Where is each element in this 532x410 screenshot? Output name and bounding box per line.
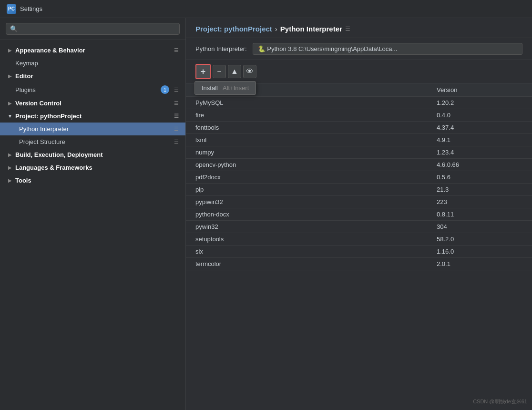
settings-icon: ☰ xyxy=(174,87,179,93)
search-icon: 🔍 xyxy=(10,25,18,32)
package-version: 0.8.11 xyxy=(437,211,522,218)
table-row[interactable]: termcolor 2.0.1 xyxy=(186,258,532,270)
up-button[interactable]: ▲ xyxy=(228,65,241,78)
table-row[interactable]: pdf2docx 0.5.6 xyxy=(186,171,532,184)
table-row[interactable]: python-docx 0.8.11 xyxy=(186,208,532,221)
table-row[interactable]: six 1.16.0 xyxy=(186,246,532,258)
sidebar: 🔍 ▶ Appearance & Behavior ☰ Keymap ▶ Edi… xyxy=(0,18,186,410)
interpreter-row: Python Interpreter: 🐍 Python 3.8 C:\User… xyxy=(186,38,532,60)
search-input-wrap[interactable]: 🔍 xyxy=(6,23,180,35)
package-name: termcolor xyxy=(195,260,437,267)
settings-icon: ☰ xyxy=(174,47,179,53)
breadcrumb-current: Python Interpreter xyxy=(280,25,342,33)
remove-package-button[interactable]: − xyxy=(213,65,226,78)
sidebar-item-label: Keymap xyxy=(15,60,179,67)
chevron-right-icon: ▶ xyxy=(7,73,13,80)
table-row[interactable]: opencv-python 4.6.0.66 xyxy=(186,159,532,171)
interpreter-value: 🐍 Python 3.8 C:\Users\mingming\AppData\L… xyxy=(258,45,517,52)
sidebar-item-keymap[interactable]: Keymap xyxy=(0,57,185,70)
sidebar-item-plugins[interactable]: Plugins 1 ☰ xyxy=(0,82,185,97)
package-version: 0.4.0 xyxy=(437,112,522,119)
settings-icon: ☰ xyxy=(174,100,179,106)
breadcrumb-project: Project: pythonProject xyxy=(195,25,272,33)
sidebar-item-label: Build, Execution, Deployment xyxy=(15,151,179,158)
chevron-right-icon: ▶ xyxy=(7,47,13,54)
package-name: PyMySQL xyxy=(195,99,437,106)
package-name: pdf2docx xyxy=(195,174,437,181)
add-package-button[interactable]: + xyxy=(195,64,211,79)
chevron-right-icon: ▶ xyxy=(7,177,13,184)
sidebar-item-label: Python Interpreter xyxy=(19,125,172,133)
package-name: six xyxy=(195,248,437,255)
content-area: Project: pythonProject › Python Interpre… xyxy=(186,18,532,410)
table-row[interactable]: numpy 1.23.4 xyxy=(186,146,532,159)
chevron-right-icon: ▶ xyxy=(7,164,13,171)
settings-icon: ☰ xyxy=(174,113,179,119)
sidebar-item-project[interactable]: ▼ Project: pythonProject ☰ xyxy=(0,110,185,123)
sidebar-item-label: Project Structure xyxy=(19,138,172,145)
package-name: pip xyxy=(195,186,437,193)
package-name: python-docx xyxy=(195,211,437,218)
sidebar-item-languages[interactable]: ▶ Languages & Frameworks xyxy=(0,161,185,174)
breadcrumb-settings-icon[interactable]: ☰ xyxy=(345,26,350,32)
watermark: CSDN @明快de玄米61 xyxy=(473,398,527,405)
package-version: 4.6.0.66 xyxy=(437,161,522,168)
table-row[interactable]: lxml 4.9.1 xyxy=(186,134,532,146)
table-row[interactable]: fonttools 4.37.4 xyxy=(186,122,532,134)
sidebar-item-tools[interactable]: ▶ Tools xyxy=(0,174,185,187)
package-version: 1.16.0 xyxy=(437,248,522,255)
package-version: 0.5.6 xyxy=(437,174,522,181)
table-row[interactable]: pywin32 304 xyxy=(186,221,532,233)
shortcut-label: Alt+Insert xyxy=(223,84,249,92)
plus-icon: + xyxy=(201,67,206,77)
chevron-down-icon: ▼ xyxy=(7,113,13,120)
eye-icon: 👁 xyxy=(246,67,254,76)
package-name: numpy xyxy=(195,149,437,156)
content-wrapper: + − ▲ 👁 Install Alt+Insert P xyxy=(186,60,532,410)
package-version: 1.23.4 xyxy=(437,149,522,156)
sidebar-item-version-control[interactable]: ▶ Version Control ☰ xyxy=(0,97,185,110)
package-name: fire xyxy=(195,112,437,119)
table-row[interactable]: PyMySQL 1.20.2 xyxy=(186,97,532,109)
package-version: 223 xyxy=(437,198,522,205)
settings-icon: ☰ xyxy=(174,126,179,132)
table-row[interactable]: pip 21.3 xyxy=(186,184,532,196)
package-name: lxml xyxy=(195,136,437,144)
sidebar-item-label: Plugins xyxy=(15,86,161,93)
title-bar-text: Settings xyxy=(20,5,42,12)
sidebar-item-label: Appearance & Behavior xyxy=(15,47,172,54)
breadcrumb-header: Project: pythonProject › Python Interpre… xyxy=(186,18,532,38)
sidebar-item-python-interpreter[interactable]: Python Interpreter ☰ xyxy=(0,123,185,135)
sidebar-item-label: Project: pythonProject xyxy=(15,113,172,120)
install-tooltip: Install Alt+Insert xyxy=(194,81,256,95)
package-version: 4.37.4 xyxy=(437,124,522,131)
nav-items: ▶ Appearance & Behavior ☰ Keymap ▶ Edito… xyxy=(0,40,185,410)
up-icon: ▲ xyxy=(231,67,238,76)
column-header-version: Version xyxy=(437,86,522,93)
spacer-icon xyxy=(7,60,13,67)
package-version: 4.9.1 xyxy=(437,136,522,144)
minus-icon: − xyxy=(217,67,221,76)
sidebar-item-appearance[interactable]: ▶ Appearance & Behavior ☰ xyxy=(0,44,185,57)
plugin-badge: 1 xyxy=(161,85,169,94)
chevron-right-icon: ▶ xyxy=(7,100,13,107)
package-name: opencv-python xyxy=(195,161,437,168)
settings-icon: ☰ xyxy=(174,139,179,145)
sidebar-item-editor[interactable]: ▶ Editor xyxy=(0,70,185,82)
package-version: 1.20.2 xyxy=(437,99,522,106)
interpreter-dropdown[interactable]: 🐍 Python 3.8 C:\Users\mingming\AppData\L… xyxy=(253,43,522,55)
title-bar: PC Settings xyxy=(0,0,532,18)
package-version: 2.0.1 xyxy=(437,260,522,267)
table-row[interactable]: setuptools 58.2.0 xyxy=(186,233,532,246)
sidebar-item-build[interactable]: ▶ Build, Execution, Deployment xyxy=(0,148,185,161)
sidebar-item-project-structure[interactable]: Project Structure ☰ xyxy=(0,135,185,148)
search-input[interactable] xyxy=(20,25,175,32)
eye-button[interactable]: 👁 xyxy=(243,65,256,78)
package-name: setuptools xyxy=(195,236,437,243)
install-label: Install xyxy=(202,84,218,92)
table-row[interactable]: pypiwin32 223 xyxy=(186,196,532,208)
table-row[interactable]: fire 0.4.0 xyxy=(186,109,532,122)
package-version: 58.2.0 xyxy=(437,236,522,243)
main-layout: 🔍 ▶ Appearance & Behavior ☰ Keymap ▶ Edi… xyxy=(0,18,532,410)
package-version: 21.3 xyxy=(437,186,522,193)
